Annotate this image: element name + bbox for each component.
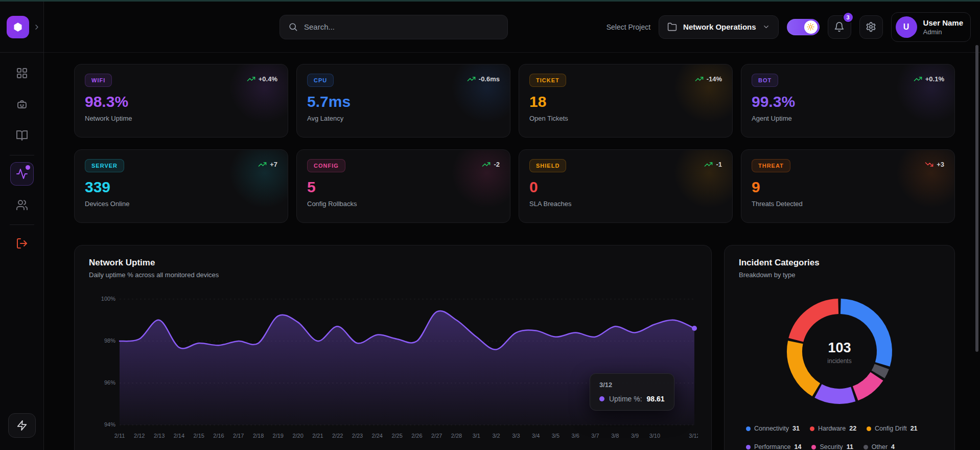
svg-text:2/21: 2/21 bbox=[312, 433, 323, 439]
quick-actions-button[interactable] bbox=[8, 413, 36, 438]
legend-label: Connectivity bbox=[754, 425, 789, 432]
legend-item-hardware[interactable]: Hardware22 bbox=[810, 425, 856, 432]
stat-delta-value: -14% bbox=[707, 75, 722, 83]
stat-delta-value: +3 bbox=[937, 161, 944, 168]
sidebar-item-users[interactable] bbox=[10, 193, 34, 217]
book-open-icon bbox=[16, 129, 28, 142]
stat-value: 5.7ms bbox=[307, 93, 500, 110]
stat-badge: BOT bbox=[752, 74, 778, 87]
legend-item-other[interactable]: Other4 bbox=[864, 443, 895, 450]
user-name: User Name bbox=[923, 18, 963, 27]
stat-badge: TICKET bbox=[529, 74, 566, 87]
project-selector[interactable]: Network Operations bbox=[659, 15, 779, 39]
legend-dot-icon bbox=[810, 426, 814, 431]
grid-icon bbox=[16, 67, 28, 79]
stat-label: Open Tickets bbox=[529, 115, 722, 122]
stat-value: 9 bbox=[752, 178, 944, 196]
legend-item-connectivity[interactable]: Connectivity31 bbox=[746, 425, 800, 432]
stat-delta-value: +0.1% bbox=[925, 75, 944, 83]
stat-card-config: CONFIG-25Config Rollbacks bbox=[296, 149, 510, 223]
user-role: Admin bbox=[923, 28, 963, 36]
avatar: U bbox=[896, 16, 917, 38]
stat-delta: +0.1% bbox=[914, 75, 944, 83]
sidebar-item-logout[interactable] bbox=[10, 232, 34, 255]
legend-item-security[interactable]: Security11 bbox=[811, 443, 853, 450]
notifications-button[interactable]: 3 bbox=[828, 15, 851, 39]
stat-delta: -0.6ms bbox=[467, 75, 500, 83]
sidebar-item-dashboard[interactable] bbox=[10, 61, 34, 85]
stat-delta-value: -0.6ms bbox=[479, 75, 500, 83]
svg-text:98%: 98% bbox=[104, 338, 115, 344]
trend-up-icon bbox=[482, 160, 491, 169]
sidebar-item-monitoring[interactable] bbox=[10, 162, 34, 186]
uptime-line-chart[interactable]: 100%98%96%94%2/112/122/132/142/152/162/1… bbox=[89, 293, 697, 444]
donut-wrap: 103 incidents bbox=[778, 290, 901, 415]
settings-button[interactable] bbox=[859, 15, 883, 39]
sidebar-divider bbox=[10, 224, 34, 225]
stat-card-cpu: CPU-0.6ms5.7msAvg Latency bbox=[296, 64, 510, 138]
tooltip-row: Uptime %: 98.61 bbox=[599, 395, 665, 403]
stat-label: Devices Online bbox=[85, 200, 277, 208]
stat-delta: +7 bbox=[258, 160, 277, 169]
svg-text:2/19: 2/19 bbox=[273, 433, 284, 439]
folder-icon bbox=[667, 22, 677, 32]
legend-value: 14 bbox=[795, 443, 802, 450]
stat-card-server: SERVER+7339Devices Online bbox=[74, 149, 288, 223]
tooltip-series-label: Uptime %: bbox=[609, 395, 642, 403]
svg-text:2/28: 2/28 bbox=[451, 433, 462, 439]
svg-text:2/15: 2/15 bbox=[193, 433, 204, 439]
svg-text:94%: 94% bbox=[104, 421, 115, 428]
stat-badge: SERVER bbox=[85, 159, 124, 172]
stat-label: Config Rollbacks bbox=[307, 200, 500, 208]
legend-dot-icon bbox=[811, 445, 816, 449]
scrollbar[interactable] bbox=[975, 45, 978, 352]
charts-row: Network Uptime Daily uptime % across all… bbox=[74, 245, 955, 450]
sidebar-item-docs[interactable] bbox=[10, 124, 34, 147]
svg-text:3/5: 3/5 bbox=[552, 433, 559, 439]
search-icon bbox=[288, 22, 298, 32]
trend-up-icon bbox=[258, 160, 267, 169]
sidebar-expand-icon[interactable] bbox=[33, 23, 41, 31]
incidents-legend: Connectivity31Hardware22Config Drift21Pe… bbox=[739, 425, 940, 450]
series-dot-icon bbox=[599, 396, 604, 401]
stat-value: 18 bbox=[529, 93, 722, 110]
incidents-donut-chart[interactable] bbox=[778, 290, 901, 415]
svg-text:3/10: 3/10 bbox=[649, 433, 660, 439]
search-input[interactable]: Search... bbox=[279, 15, 508, 39]
logout-icon bbox=[16, 237, 28, 250]
app-logo[interactable] bbox=[7, 16, 29, 38]
sidebar-item-bot[interactable] bbox=[10, 93, 34, 116]
stat-value: 98.3% bbox=[85, 93, 277, 110]
legend-item-config-drift[interactable]: Config Drift21 bbox=[867, 425, 917, 432]
activity-icon bbox=[16, 168, 28, 180]
stat-label: Threats Detected bbox=[752, 200, 944, 208]
incidents-panel: Incident Categories Breakdown by type 10… bbox=[724, 245, 955, 450]
user-menu[interactable]: U User Name Admin bbox=[891, 12, 971, 42]
theme-toggle[interactable] bbox=[787, 19, 820, 35]
trend-up-icon bbox=[695, 75, 704, 83]
legend-item-performance[interactable]: Performance14 bbox=[746, 443, 801, 450]
legend-value: 4 bbox=[891, 443, 895, 450]
svg-text:2/22: 2/22 bbox=[332, 433, 343, 439]
stat-delta: -2 bbox=[482, 160, 500, 169]
svg-text:2/11: 2/11 bbox=[114, 433, 125, 439]
stat-delta: +3 bbox=[925, 160, 944, 169]
chevron-down-icon bbox=[762, 23, 770, 31]
project-name: Network Operations bbox=[683, 22, 756, 31]
svg-text:3/4: 3/4 bbox=[532, 433, 540, 439]
legend-dot-icon bbox=[746, 426, 751, 431]
stat-card-ticket: TICKET-14%18Open Tickets bbox=[519, 64, 733, 138]
stat-card-shield: SHIELD-10SLA Breaches bbox=[519, 149, 733, 223]
bell-icon bbox=[834, 21, 845, 32]
bot-icon bbox=[16, 98, 28, 110]
svg-text:96%: 96% bbox=[104, 379, 115, 386]
svg-text:2/13: 2/13 bbox=[154, 433, 165, 439]
svg-text:3/9: 3/9 bbox=[631, 433, 639, 439]
svg-text:3/1: 3/1 bbox=[473, 433, 480, 439]
stat-delta: -1 bbox=[704, 160, 722, 169]
stat-label: Avg Latency bbox=[307, 115, 500, 122]
sidebar-divider bbox=[10, 155, 34, 155]
svg-text:3/2: 3/2 bbox=[492, 433, 500, 439]
trend-down-icon bbox=[925, 160, 934, 169]
stat-delta-value: +0.4% bbox=[259, 75, 277, 83]
